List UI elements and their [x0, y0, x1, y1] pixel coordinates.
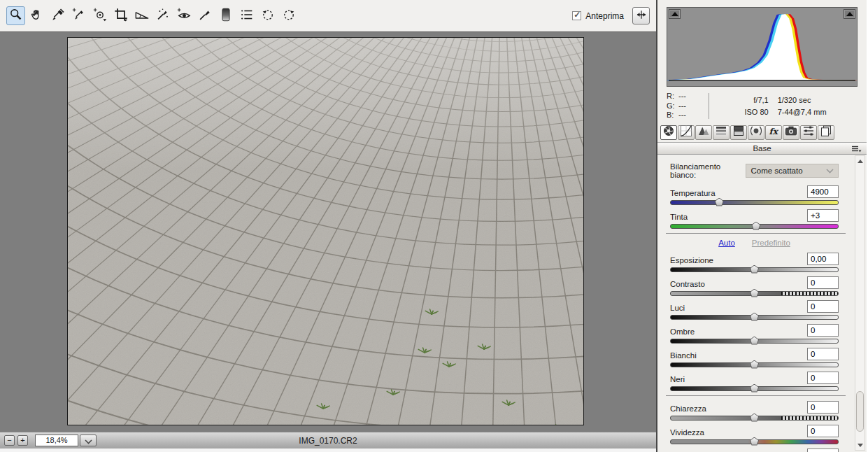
preview-label: Anteprima	[585, 11, 624, 21]
toggle-fullscreen-button[interactable]	[632, 7, 650, 24]
aperture-icon	[662, 125, 676, 140]
slider-label: Bianchi	[670, 351, 697, 360]
section-divider	[666, 395, 846, 396]
white-balance-tool-button[interactable]	[48, 6, 67, 25]
slider-track[interactable]	[670, 315, 839, 320]
slider-value-input[interactable]	[807, 185, 839, 198]
hand-icon	[29, 7, 45, 25]
tab-split-toning[interactable]	[730, 125, 747, 140]
slider-value-input[interactable]	[807, 300, 839, 313]
slider-track[interactable]	[670, 200, 839, 205]
adjustment-brush-tool-button[interactable]	[195, 6, 214, 25]
rgb-b: B:---	[667, 111, 704, 120]
triangle-down-icon	[858, 444, 863, 447]
targeted-adjustment-tool-button[interactable]	[90, 6, 109, 25]
rotate-left-button[interactable]	[258, 6, 277, 25]
bottom-strip	[0, 449, 656, 452]
default-link[interactable]: Predefinito	[752, 239, 790, 247]
slider-thumb[interactable]	[750, 384, 759, 393]
highlight-clipping-button[interactable]	[844, 9, 855, 19]
snapshots-icon	[819, 125, 833, 140]
slider-thumb[interactable]	[750, 414, 759, 422]
tab-effects[interactable]: fx	[765, 125, 782, 140]
photo-preview[interactable]	[67, 37, 584, 425]
slider-value-input[interactable]	[807, 276, 839, 289]
triangle-up-icon	[858, 160, 863, 163]
vertical-divider	[709, 93, 709, 119]
slider-thumb[interactable]	[750, 289, 759, 297]
slider-value-input[interactable]	[807, 253, 839, 265]
slider-value-input[interactable]	[807, 324, 839, 337]
scroll-up-button[interactable]	[855, 156, 865, 166]
preview-toggle[interactable]: Anteprima	[572, 11, 624, 21]
preview-checkbox[interactable]	[572, 11, 581, 20]
panel-scrollbar[interactable]	[855, 155, 865, 451]
slider-track[interactable]	[670, 416, 839, 421]
slider-thumb[interactable]	[750, 360, 759, 369]
slider-value-input[interactable]	[807, 425, 839, 437]
slider-value-input[interactable]	[807, 348, 839, 360]
slider-track[interactable]	[670, 224, 839, 229]
slider-esposizione: Esposizione	[670, 253, 839, 272]
tab-snapshots[interactable]	[818, 125, 834, 140]
straighten-tool-button[interactable]	[132, 6, 151, 25]
slider-thumb[interactable]	[750, 437, 759, 446]
straighten-icon	[134, 7, 150, 25]
zoom-in-button[interactable]: +	[17, 435, 28, 446]
panel-title: Base	[753, 144, 771, 153]
tab-detail[interactable]	[695, 125, 712, 140]
crop-tool-button[interactable]	[111, 6, 130, 25]
scrollbar-thumb[interactable]	[856, 391, 864, 432]
graduated-filter-tool-button[interactable]	[216, 6, 235, 25]
tab-camera-calibration[interactable]	[783, 125, 799, 140]
scroll-down-button[interactable]	[855, 440, 865, 450]
chevron-down-icon	[826, 167, 834, 175]
slider-contrasto: Contrasto	[670, 276, 839, 296]
slider-thumb[interactable]	[751, 222, 760, 230]
preferences-button[interactable]	[237, 6, 256, 25]
slider-label: Temperatura	[670, 189, 716, 198]
main-area: Anteprima − + 18,4% IMG_0170.CR2	[0, 0, 657, 452]
slider-track[interactable]	[670, 386, 839, 391]
zoom-out-button[interactable]: −	[4, 435, 15, 446]
zoom-level-dropdown[interactable]	[80, 435, 97, 446]
iso-value: ISO 80	[744, 108, 768, 116]
slider-thumb[interactable]	[715, 198, 724, 206]
slider-value-input[interactable]	[807, 372, 839, 384]
spot-removal-tool-button[interactable]	[153, 6, 172, 25]
tab-base[interactable]	[660, 125, 677, 140]
shadow-clipping-button[interactable]	[669, 9, 681, 19]
zoom-tool-button[interactable]	[6, 6, 25, 25]
slider-neri: Neri	[670, 372, 839, 391]
magnifier-icon	[8, 7, 24, 25]
slider-value-input[interactable]	[807, 209, 839, 222]
tab-hsl[interactable]	[713, 125, 730, 140]
white-balance-select[interactable]: Come scattato	[746, 164, 839, 178]
triangle-up-icon	[846, 12, 853, 16]
slider-track[interactable]	[670, 362, 839, 367]
slider-track[interactable]	[670, 439, 839, 444]
slider-value-input[interactable]	[807, 401, 839, 414]
tab-presets[interactable]	[800, 125, 817, 140]
slider-label: Vividezza	[670, 428, 704, 437]
panel-menu-icon[interactable]	[851, 146, 862, 154]
tab-lens-corrections[interactable]	[748, 125, 764, 140]
slider-value-input[interactable]	[807, 449, 839, 452]
eyedropper-icon	[50, 7, 66, 25]
slider-thumb[interactable]	[750, 313, 759, 321]
red-eye-tool-button[interactable]	[174, 6, 193, 25]
slider-thumb[interactable]	[750, 265, 759, 274]
slider-track[interactable]	[670, 339, 839, 344]
slider-track[interactable]	[670, 291, 839, 296]
hand-tool-button[interactable]	[27, 6, 46, 25]
slider-luci: Luci	[670, 300, 839, 320]
slider-track[interactable]	[670, 267, 839, 272]
color-sampler-tool-button[interactable]	[69, 6, 88, 25]
zoom-level-field[interactable]: 18,4%	[35, 435, 78, 446]
preferences-icon	[239, 7, 255, 25]
slider-saturazione: Saturazione	[670, 449, 839, 452]
slider-thumb[interactable]	[750, 337, 759, 345]
tab-tone-curve[interactable]	[678, 125, 695, 140]
rotate-right-button[interactable]	[279, 6, 298, 25]
auto-link[interactable]: Auto	[718, 239, 735, 247]
